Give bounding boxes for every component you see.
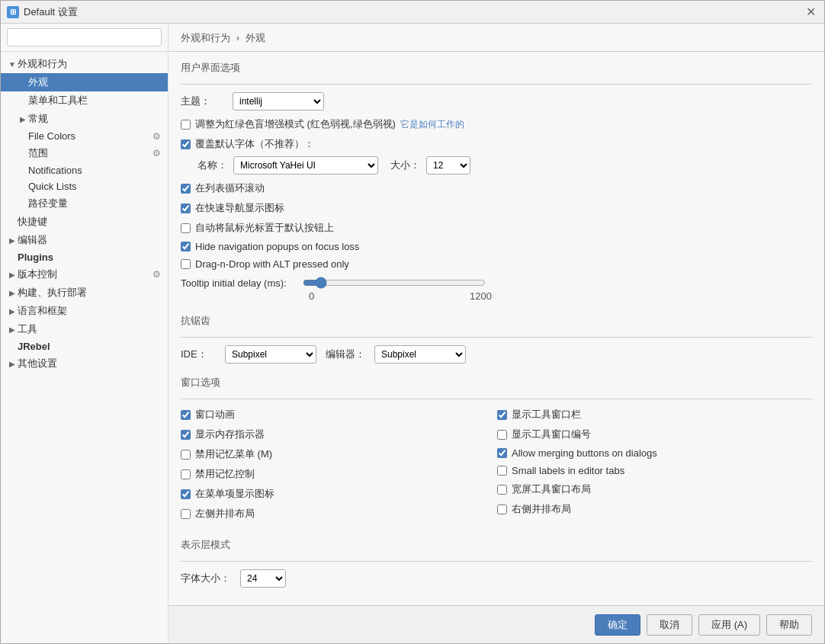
cycle-scroll-label[interactable]: 在列表循环滚动 bbox=[195, 181, 265, 195]
show-toolbar-label[interactable]: 显示工具窗口栏 bbox=[512, 408, 581, 421]
editor-aa-select[interactable]: Subpixel None Greyscale bbox=[374, 345, 466, 364]
window-options-grid: 窗口动画 显示内存指示器 禁用记忆菜单 (M) bbox=[181, 407, 812, 526]
window-animation-checkbox[interactable] bbox=[181, 410, 191, 420]
right-layout-checkbox[interactable] bbox=[497, 505, 507, 514]
disable-menu-cache-label[interactable]: 禁用记忆菜单 (M) bbox=[195, 447, 272, 461]
how-it-works-link[interactable]: 它是如何工作的 bbox=[400, 118, 464, 131]
drag-alt-label[interactable]: Drag-n-Drop with ALT pressed only bbox=[195, 258, 349, 270]
show-memory-label[interactable]: 显示内存指示器 bbox=[195, 428, 265, 441]
tooltip-slider-row: Tooltip initial delay (ms): bbox=[181, 277, 812, 289]
main-content-area: ▼ 外观和行为 外观 菜单和工具栏 ▶ 常规 bbox=[1, 24, 824, 643]
sidebar-item-build[interactable]: ▶ 构建、执行部署 bbox=[1, 284, 168, 302]
theme-select[interactable]: intellij Darcula High contrast bbox=[233, 92, 324, 111]
adjust-colors-label[interactable]: 调整为红绿色盲增强模式 (红色弱视,绿色弱视) bbox=[195, 117, 396, 131]
mouse-default-checkbox[interactable] bbox=[181, 223, 191, 233]
sidebar-item-tools[interactable]: ▶ 工具 bbox=[1, 320, 168, 338]
sidebar-item-general[interactable]: ▶ 常规 bbox=[1, 110, 168, 128]
tooltip-delay-slider[interactable] bbox=[303, 277, 486, 289]
override-font-checkbox[interactable] bbox=[181, 139, 191, 149]
show-icons-nav-checkbox[interactable] bbox=[181, 203, 191, 213]
ok-button[interactable]: 确定 bbox=[595, 614, 640, 636]
antialias-row: IDE： Subpixel None Greyscale 编辑器： Subpix… bbox=[181, 345, 812, 364]
cancel-button[interactable]: 取消 bbox=[647, 614, 692, 636]
item-arrow bbox=[18, 77, 28, 88]
wide-screen-label[interactable]: 宽屏工具窗口布局 bbox=[512, 482, 591, 496]
item-arrow bbox=[18, 148, 28, 159]
sidebar-item-path-variables[interactable]: 路径变量 bbox=[1, 194, 168, 213]
ide-aa-label: IDE： bbox=[181, 348, 219, 361]
collapse-arrow: ▼ bbox=[7, 59, 18, 69]
left-layout-label[interactable]: 左侧并排布局 bbox=[195, 507, 255, 521]
tooltip-slider-container: Tooltip initial delay (ms): 0 1200 bbox=[181, 277, 812, 302]
sidebar-item-languages[interactable]: ▶ 语言和框架 bbox=[1, 302, 168, 320]
drag-alt-row: Drag-n-Drop with ALT pressed only bbox=[181, 258, 812, 271]
window-animation-label[interactable]: 窗口动画 bbox=[195, 408, 235, 421]
sidebar-item-menus-toolbars[interactable]: 菜单和工具栏 bbox=[1, 91, 168, 110]
hide-nav-popups-label[interactable]: Hide navigation popups on focus loss bbox=[195, 241, 359, 252]
sidebar-item-appearance-behavior[interactable]: ▼ 外观和行为 bbox=[1, 55, 168, 73]
drag-alt-checkbox[interactable] bbox=[181, 259, 191, 269]
sidebar-item-label: 构建、执行部署 bbox=[18, 286, 162, 300]
cycle-scroll-checkbox[interactable] bbox=[181, 184, 191, 194]
sidebar-item-quick-lists[interactable]: Quick Lists bbox=[1, 178, 168, 194]
show-menu-icons-row: 在菜单项显示图标 bbox=[181, 486, 496, 501]
disable-menu-cache-checkbox[interactable] bbox=[181, 450, 191, 460]
apply-button[interactable]: 应用 (A) bbox=[698, 614, 760, 636]
show-icons-nav-label[interactable]: 在快速导航显示图标 bbox=[195, 201, 284, 215]
merge-buttons-checkbox[interactable] bbox=[497, 448, 507, 458]
hide-nav-popups-row: Hide navigation popups on focus loss bbox=[181, 240, 812, 253]
sidebar-item-keymap[interactable]: 快捷键 bbox=[1, 213, 168, 231]
item-arrow: ▶ bbox=[7, 306, 18, 316]
small-labels-checkbox[interactable] bbox=[497, 466, 507, 476]
item-arrow bbox=[7, 252, 18, 263]
help-button[interactable]: 帮助 bbox=[766, 614, 812, 636]
font-size-select[interactable]: 12 10 11 13 14 bbox=[426, 156, 470, 175]
search-input[interactable] bbox=[7, 28, 162, 46]
merge-buttons-row: Allow merging buttons on dialogs bbox=[497, 447, 812, 460]
adjust-colors-checkbox[interactable] bbox=[181, 120, 191, 130]
left-layout-checkbox[interactable] bbox=[181, 509, 191, 519]
sidebar-item-version-control[interactable]: ▶ 版本控制 ⚙ bbox=[1, 265, 168, 284]
show-toolbar-checkbox[interactable] bbox=[497, 410, 507, 420]
show-memory-checkbox[interactable] bbox=[181, 430, 191, 440]
sidebar-item-editor[interactable]: ▶ 编辑器 bbox=[1, 231, 168, 249]
item-arrow: ▶ bbox=[7, 324, 18, 335]
show-tool-numbers-checkbox[interactable] bbox=[497, 430, 507, 440]
left-layout-row: 左侧并排布局 bbox=[181, 506, 496, 521]
item-arrow: ▶ bbox=[7, 235, 18, 245]
override-font-label[interactable]: 覆盖默认字体（不推荐）： bbox=[195, 137, 314, 151]
show-tool-numbers-label[interactable]: 显示工具窗口编号 bbox=[512, 428, 591, 441]
sidebar-item-notifications[interactable]: Notifications bbox=[1, 162, 168, 178]
sidebar-item-jrebel[interactable]: JRebel bbox=[1, 338, 168, 354]
tooltip-delay-label: Tooltip initial delay (ms): bbox=[181, 277, 303, 289]
divider bbox=[181, 561, 812, 562]
settings-icon: ⚙ bbox=[151, 148, 162, 159]
disable-mem-ctrl-label[interactable]: 禁用记忆控制 bbox=[195, 467, 255, 481]
ide-aa-select[interactable]: Subpixel None Greyscale bbox=[225, 345, 316, 364]
font-name-select[interactable]: Microsoft YaHei UI Arial Consolas bbox=[233, 156, 378, 175]
sidebar: ▼ 外观和行为 外观 菜单和工具栏 ▶ 常规 bbox=[1, 24, 169, 643]
close-button[interactable]: ✕ bbox=[803, 5, 818, 20]
merge-buttons-label[interactable]: Allow merging buttons on dialogs bbox=[512, 447, 657, 459]
sidebar-item-scope[interactable]: 范围 ⚙ bbox=[1, 144, 168, 162]
divider bbox=[181, 84, 812, 85]
sidebar-item-appearance[interactable]: 外观 bbox=[1, 73, 168, 91]
right-layout-label[interactable]: 右侧并排布局 bbox=[512, 502, 571, 516]
item-arrow bbox=[18, 198, 28, 209]
window-options-col1: 窗口动画 显示内存指示器 禁用记忆菜单 (M) bbox=[181, 407, 496, 526]
sidebar-item-file-colors[interactable]: File Colors ⚙ bbox=[1, 128, 168, 144]
show-menu-icons-checkbox[interactable] bbox=[181, 489, 191, 499]
sidebar-item-other[interactable]: ▶ 其他设置 bbox=[1, 354, 168, 373]
show-menu-icons-label[interactable]: 在菜单项显示图标 bbox=[195, 487, 274, 501]
wide-screen-checkbox[interactable] bbox=[497, 485, 507, 495]
divider bbox=[181, 337, 812, 338]
sidebar-item-plugins[interactable]: Plugins bbox=[1, 249, 168, 265]
slider-min-label: 0 bbox=[309, 290, 314, 302]
small-labels-label[interactable]: Small labels in editor tabs bbox=[512, 465, 624, 476]
hide-nav-popups-checkbox[interactable] bbox=[181, 242, 191, 252]
breadcrumb-parent: 外观和行为 bbox=[181, 32, 230, 43]
mouse-default-label[interactable]: 自动将鼠标光标置于默认按钮上 bbox=[195, 221, 334, 235]
scale-font-select[interactable]: 24 16 18 20 22 26 28 32 bbox=[240, 569, 286, 588]
disable-mem-ctrl-checkbox[interactable] bbox=[181, 469, 191, 479]
show-tool-numbers-row: 显示工具窗口编号 bbox=[497, 427, 812, 442]
